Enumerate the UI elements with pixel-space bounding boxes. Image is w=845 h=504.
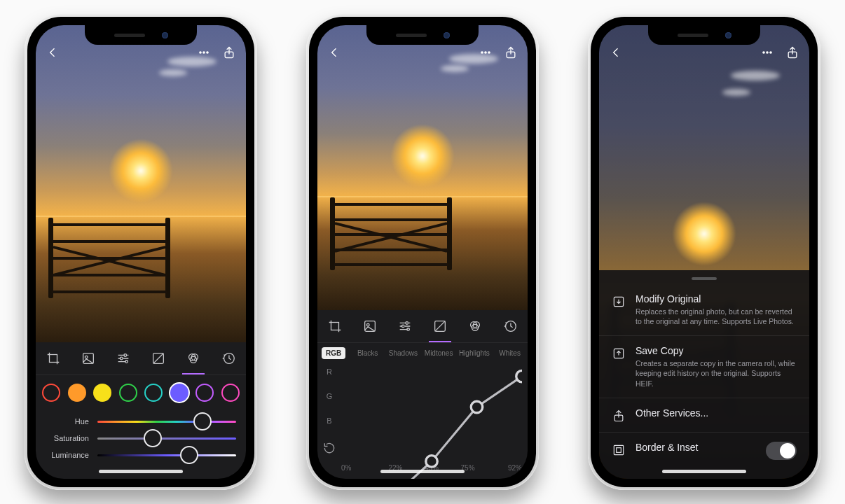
- tool-color[interactable]: [184, 349, 202, 368]
- tool-row: [36, 342, 246, 375]
- tool-color[interactable]: [466, 317, 484, 335]
- option-border-inset[interactable]: Border & Inset: [599, 433, 809, 469]
- svg-point-22: [406, 322, 408, 325]
- svg-point-17: [488, 52, 490, 53]
- svg-rect-19: [331, 323, 339, 330]
- more-button[interactable]: [760, 46, 774, 62]
- svg-point-2: [207, 52, 208, 53]
- tool-crop[interactable]: [44, 349, 62, 368]
- tool-tone[interactable]: [431, 317, 449, 335]
- slider-hue[interactable]: Hue: [46, 417, 236, 426]
- phone-export-sheet: Modify OriginalReplaces the original pho…: [588, 14, 820, 490]
- option-title: Save Copy: [636, 345, 797, 356]
- tool-crop[interactable]: [326, 317, 344, 335]
- svg-point-9: [125, 360, 128, 363]
- slider-knob[interactable]: [193, 412, 212, 430]
- channel-highlights[interactable]: Highlights: [456, 349, 492, 357]
- channel-shadows[interactable]: Shadows: [385, 349, 421, 357]
- border-inset-toggle[interactable]: [766, 442, 797, 460]
- export-sheet: Modify OriginalReplaces the original pho…: [599, 270, 809, 479]
- slider-luminance[interactable]: Luminance: [46, 451, 236, 459]
- slider-knob[interactable]: [144, 429, 162, 447]
- swatch-1[interactable]: [68, 384, 86, 402]
- photo-preview[interactable]: [36, 25, 246, 342]
- svg-rect-37: [614, 445, 623, 454]
- svg-rect-38: [617, 447, 621, 452]
- slider-knob[interactable]: [180, 446, 198, 464]
- option-subtitle: Replaces the original photo, but can be …: [636, 307, 797, 326]
- slider-group: HueSaturationLuminance: [36, 406, 246, 479]
- home-indicator[interactable]: [380, 470, 465, 473]
- curves-panel: RGB Blacks Shadows Midtones Highlights W…: [317, 310, 528, 479]
- home-indicator[interactable]: [662, 470, 746, 473]
- tool-presets[interactable]: [361, 317, 379, 335]
- tool-history[interactable]: [219, 349, 238, 368]
- channel-blacks[interactable]: Blacks: [350, 349, 385, 357]
- swatch-3[interactable]: [119, 384, 137, 402]
- share-icon: [612, 409, 626, 423]
- more-button[interactable]: [197, 46, 211, 62]
- swatch-5[interactable]: [170, 384, 188, 402]
- svg-point-21: [366, 323, 369, 326]
- channel-whites[interactable]: Whites: [492, 349, 528, 357]
- back-button[interactable]: [327, 46, 341, 62]
- color-swatches: [36, 375, 246, 406]
- svg-point-6: [85, 356, 88, 358]
- option-modify-original[interactable]: Modify OriginalReplaces the original pho…: [599, 284, 809, 336]
- svg-point-24: [407, 328, 410, 331]
- tool-presets[interactable]: [79, 349, 97, 368]
- option-save-copy[interactable]: Save CopyCreates a separate copy in the …: [599, 336, 809, 398]
- share-button[interactable]: [504, 46, 518, 62]
- sheet-grabber[interactable]: [692, 277, 717, 280]
- slider-saturation[interactable]: Saturation: [46, 434, 236, 442]
- home-indicator[interactable]: [99, 470, 183, 473]
- back-button[interactable]: [609, 46, 623, 62]
- swatch-0[interactable]: [42, 384, 60, 402]
- tool-tone[interactable]: [149, 349, 167, 368]
- channel-b[interactable]: B: [327, 416, 331, 425]
- slider-label: Hue: [46, 417, 89, 426]
- curve-point[interactable]: [426, 456, 438, 468]
- rgb-chip[interactable]: RGB: [322, 347, 345, 359]
- swatch-4[interactable]: [144, 384, 163, 402]
- color-panel: HueSaturationLuminance: [36, 342, 246, 479]
- back-button[interactable]: [46, 46, 60, 62]
- tone-curve[interactable]: [341, 362, 522, 464]
- svg-point-8: [120, 357, 123, 360]
- svg-point-30: [763, 52, 764, 53]
- option-title: Modify Original: [636, 293, 797, 304]
- tool-adjust[interactable]: [396, 317, 414, 335]
- channel-r[interactable]: R: [327, 368, 332, 376]
- option-subtitle: Creates a separate copy in the camera ro…: [636, 358, 797, 388]
- svg-point-7: [124, 354, 127, 357]
- tool-adjust[interactable]: [114, 349, 132, 368]
- photo-preview[interactable]: Modify OriginalReplaces the original pho…: [599, 25, 809, 479]
- swatch-2[interactable]: [93, 384, 111, 402]
- curve-point[interactable]: [471, 401, 483, 413]
- photo-preview[interactable]: [317, 25, 528, 310]
- slider-label: Luminance: [46, 451, 89, 459]
- phone-color-adjust: HueSaturationLuminance: [25, 14, 257, 490]
- channel-g[interactable]: G: [327, 392, 333, 400]
- svg-point-16: [485, 52, 486, 53]
- svg-point-31: [767, 52, 768, 53]
- more-button[interactable]: [479, 46, 493, 62]
- channel-row: RGB Blacks Shadows Midtones Highlights W…: [317, 343, 528, 359]
- tool-history[interactable]: [501, 317, 519, 335]
- share-button[interactable]: [222, 46, 236, 62]
- reset-curve-button[interactable]: [322, 441, 336, 456]
- tool-row-2: [317, 310, 528, 343]
- curve-point[interactable]: [516, 370, 522, 382]
- channel-midtones[interactable]: Midtones: [421, 349, 457, 357]
- svg-point-0: [200, 52, 201, 53]
- svg-point-23: [401, 325, 404, 328]
- border-icon: [612, 443, 626, 457]
- svg-point-1: [203, 52, 205, 53]
- share-button[interactable]: [785, 46, 799, 62]
- copy-icon: [612, 346, 626, 360]
- svg-rect-5: [83, 354, 94, 364]
- swatch-6[interactable]: [195, 384, 214, 402]
- option-other-services[interactable]: Other Services...: [599, 398, 809, 433]
- svg-point-32: [770, 52, 771, 53]
- swatch-7[interactable]: [221, 384, 240, 402]
